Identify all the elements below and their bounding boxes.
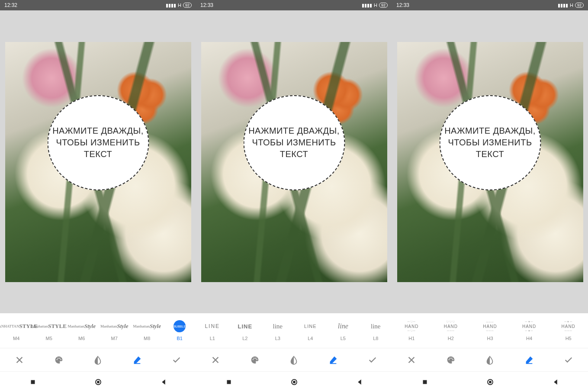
home-button[interactable] — [94, 378, 102, 386]
home-button[interactable] — [290, 378, 298, 386]
circle-icon — [290, 378, 298, 386]
style-item-h5[interactable]: ─✦─HAND───H5 — [549, 313, 588, 348]
style-item-m8[interactable]: ManhattanStyle M8 — [131, 313, 164, 348]
triangle-back-icon — [552, 378, 559, 386]
recent-apps-button[interactable] — [421, 378, 429, 386]
style-preview: ─✦─HAND─✦─ — [522, 320, 536, 332]
eraser-icon — [524, 355, 534, 365]
bubble-placeholder-text[interactable]: Нажмите дважды, чтобы изменить текст — [248, 125, 340, 160]
style-preview: ───HAND─── — [483, 320, 497, 332]
style-item-m7[interactable]: ManhattanStyle M7 — [98, 313, 131, 348]
back-button[interactable] — [552, 378, 559, 386]
style-item-l4[interactable]: LINEL4 — [294, 313, 327, 348]
opacity-button[interactable] — [89, 351, 106, 369]
status-bar: 12:33 ▮▮▮▮ H 92 — [392, 0, 588, 10]
style-preview: LINE — [304, 320, 316, 332]
style-item-m4[interactable]: MANHATTANSTYLE M4 — [0, 313, 33, 348]
svg-point-9 — [255, 357, 256, 358]
opacity-button[interactable] — [481, 351, 498, 369]
style-item-b1[interactable]: BUBBLE B1 — [164, 313, 196, 348]
style-item-l1[interactable]: LINEL1 — [196, 313, 229, 348]
style-item-l2[interactable]: LINEL2 — [229, 313, 262, 348]
triangle-back-icon — [356, 378, 363, 386]
text-style-strip[interactable]: MANHATTANSTYLE M4 ManhattanSTYLE M5 Manh… — [0, 313, 196, 348]
close-button[interactable] — [403, 351, 420, 369]
photo-preview[interactable]: Нажмите дважды, чтобы изменить текст — [397, 42, 583, 282]
svg-point-0 — [57, 359, 58, 360]
close-button[interactable] — [207, 351, 224, 369]
android-nav-bar — [196, 371, 392, 392]
network-type: H — [374, 3, 377, 8]
check-icon — [368, 355, 377, 365]
check-icon — [172, 355, 181, 365]
style-item-h4[interactable]: ─✦─HAND─✦─H4 — [510, 313, 549, 348]
triangle-back-icon — [160, 378, 167, 386]
circle-icon — [94, 378, 102, 386]
style-item-m5[interactable]: ManhattanSTYLE M5 — [33, 313, 66, 348]
recent-apps-button[interactable] — [29, 378, 37, 386]
photo-preview[interactable]: Нажмите дважды, чтобы изменить текст — [201, 42, 387, 282]
style-code: B1 — [177, 336, 183, 341]
style-item-h1[interactable]: ─♡─HAND─♡─H1 — [392, 313, 431, 348]
eraser-button[interactable] — [325, 351, 342, 369]
back-button[interactable] — [160, 378, 167, 386]
style-code: L5 — [341, 336, 346, 341]
svg-point-10 — [256, 359, 257, 360]
circle-icon — [486, 378, 494, 386]
editor-canvas[interactable]: Нажмите дважды, чтобы изменить текст — [0, 10, 196, 313]
style-item-h3[interactable]: ───HAND───H3 — [470, 313, 510, 348]
style-code: H1 — [408, 336, 414, 341]
close-button[interactable] — [11, 351, 28, 369]
palette-button[interactable] — [50, 351, 67, 369]
speech-bubble-overlay[interactable]: Нажмите дважды, чтобы изменить текст — [439, 95, 541, 190]
bubble-placeholder-text[interactable]: Нажмите дважды, чтобы изменить текст — [52, 125, 144, 160]
style-item-h2[interactable]: ♡♡♡HAND───H2 — [431, 313, 471, 348]
opacity-button[interactable] — [285, 351, 302, 369]
confirm-button[interactable] — [168, 351, 185, 369]
palette-button[interactable] — [442, 351, 459, 369]
style-code: H2 — [448, 336, 454, 341]
bubble-shape: Нажмите дважды, чтобы изменить текст — [439, 95, 541, 190]
speech-bubble-overlay[interactable]: Нажмите дважды, чтобы изменить текст — [47, 95, 149, 190]
style-code: L1 — [210, 336, 215, 341]
eraser-button[interactable] — [521, 351, 538, 369]
style-item-l8[interactable]: lineL8 — [360, 313, 392, 348]
recent-apps-button[interactable] — [225, 378, 233, 386]
status-indicators: ▮▮▮▮ H 92 — [166, 3, 192, 8]
text-style-strip[interactable]: ─♡─HAND─♡─H1 ♡♡♡HAND───H2 ───HAND───H3 ─… — [392, 313, 588, 348]
home-button[interactable] — [486, 378, 494, 386]
text-style-strip[interactable]: LINEL1 LINEL2 lineL3 LINEL4 lineL5 lineL… — [196, 313, 392, 348]
svg-point-6 — [97, 381, 100, 383]
editor-canvas[interactable]: Нажмите дважды, чтобы изменить текст — [196, 10, 392, 313]
signal-icon: ▮▮▮▮ — [362, 3, 372, 8]
confirm-button[interactable] — [560, 351, 577, 369]
phone-screen-2: 12:33 ▮▮▮▮ H 92 Нажмите дважды, чтобы из… — [196, 0, 392, 392]
style-code: H4 — [526, 336, 532, 341]
battery-indicator: 92 — [379, 3, 388, 8]
network-type: H — [178, 3, 181, 8]
speech-bubble-overlay[interactable]: Нажмите дважды, чтобы изменить текст — [243, 95, 345, 190]
photo-preview[interactable]: Нажмите дважды, чтобы изменить текст — [5, 42, 191, 282]
bubble-placeholder-text[interactable]: Нажмите дважды, чтобы изменить текст — [444, 125, 536, 160]
status-bar: 12:32 ▮▮▮▮ H 92 — [0, 0, 196, 10]
back-button[interactable] — [356, 378, 363, 386]
style-item-l5[interactable]: lineL5 — [327, 313, 360, 348]
battery-indicator: 92 — [575, 3, 584, 8]
style-preview: ♡♡♡HAND─── — [444, 320, 458, 332]
bubble-shape: Нажмите дважды, чтобы изменить текст — [47, 95, 149, 190]
svg-point-3 — [60, 359, 61, 360]
editor-canvas[interactable]: Нажмите дважды, чтобы изменить текст — [392, 10, 588, 313]
eraser-button[interactable] — [129, 351, 146, 369]
palette-icon — [446, 355, 456, 365]
style-item-m6[interactable]: ManhattanStyle M6 — [65, 313, 98, 348]
style-code: H5 — [566, 336, 572, 341]
confirm-button[interactable] — [364, 351, 381, 369]
status-indicators: ▮▮▮▮ H 92 — [362, 3, 388, 8]
style-preview: line — [371, 320, 381, 332]
droplet-icon — [93, 355, 103, 365]
style-item-l3[interactable]: lineL3 — [261, 313, 294, 348]
android-nav-bar — [0, 371, 196, 392]
palette-button[interactable] — [246, 351, 263, 369]
style-preview: ManhattanSTYLE — [32, 320, 67, 332]
style-code: M4 — [13, 336, 19, 341]
